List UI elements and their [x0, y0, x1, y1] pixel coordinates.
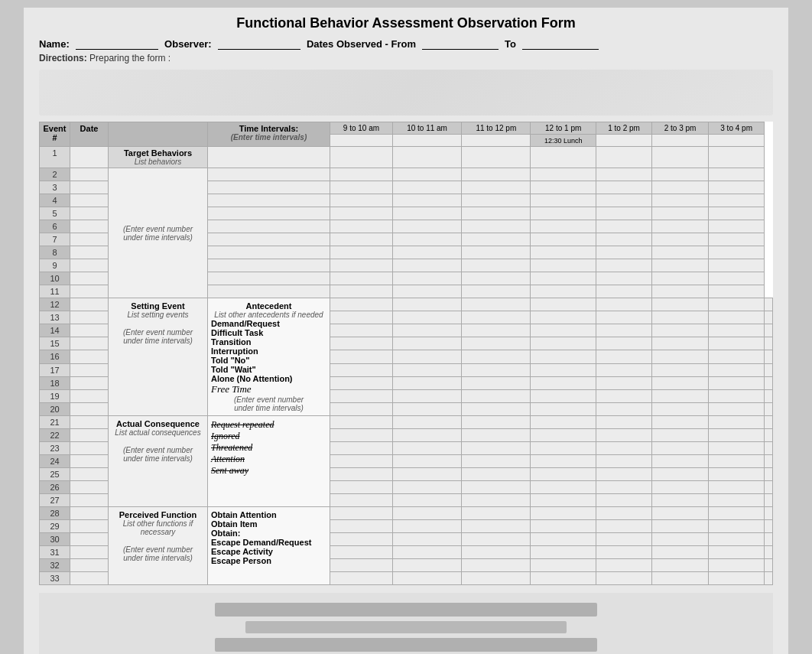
slot-3-header: 11 to 12 pm: [462, 122, 531, 135]
dates-from-field[interactable]: [422, 37, 499, 50]
observation-table: Event # Date Time Intervals: (Enter time…: [39, 122, 773, 585]
slot-6-1[interactable]: [652, 147, 709, 168]
slot-4-sub: 12:30 Lunch: [531, 135, 596, 147]
slot-7-sub: [708, 135, 765, 147]
slot-1-sub: [330, 135, 393, 147]
function-escape-demand: Escape Demand/Request: [211, 538, 326, 547]
actual-consequence-cell: Actual Consequence List actual consequen…: [109, 416, 208, 507]
table-row: 21 Actual Consequence List actual conseq…: [40, 416, 773, 429]
name-field[interactable]: [76, 37, 158, 50]
slot-7-header: 3 to 4 pm: [708, 122, 765, 135]
consequence-items-cell: Request repeated Ignored Threatened Atte…: [208, 416, 330, 507]
slot-7-1[interactable]: [708, 147, 765, 168]
header-row: Name: Observer: Dates Observed - From To: [39, 37, 773, 50]
perceived-function-cell: Perceived Function List other functions …: [109, 507, 208, 585]
antecedent-told-no: Told "No": [211, 356, 326, 365]
slot-5-sub: [596, 135, 652, 147]
time-intervals-label: Time Intervals:: [210, 124, 327, 133]
slot-2-sub: [392, 135, 461, 147]
antecedent-free-time: Free Time: [211, 383, 326, 395]
slot-2-1[interactable]: [392, 147, 461, 168]
target-behaviors-cell: (Enter event numberunder time intervals): [109, 168, 208, 298]
setting-antecedent-cell: Setting Event List setting events (Enter…: [109, 298, 208, 416]
slot-4-header: 12 to 1 pm: [531, 122, 596, 135]
slot-2-header: 10 to 11 am: [392, 122, 461, 135]
event-header: Event #: [40, 122, 70, 147]
page-title: Functional Behavior Assessment Observati…: [39, 15, 773, 31]
footer-bar-1: [215, 603, 597, 617]
directions-label: Directions:: [39, 53, 87, 63]
function-items-cell: Obtain Attention Obtain Item Obtain: Esc…: [208, 507, 330, 585]
time-intervals-header: Time Intervals: (Enter time intervals): [208, 122, 330, 147]
antecedent-transition: Transition: [211, 337, 326, 347]
slot-5-header: 1 to 2 pm: [596, 122, 652, 135]
antecedent-demand: Demand/Request: [211, 319, 326, 328]
name-label: Name:: [39, 38, 70, 50]
table-row: 12 Setting Event List setting events (En…: [40, 298, 773, 311]
antecedent-items-cell: Antecedent List other antecedents if nee…: [208, 298, 330, 416]
consequence-sent-away: Sent away: [211, 465, 326, 477]
function-escape-person: Escape Person: [211, 556, 326, 565]
table-row: 2 (Enter event numberunder time interval…: [40, 168, 773, 181]
row-num-1: 1: [40, 147, 70, 168]
dates-from-label: Dates Observed - From: [307, 38, 416, 50]
antecedent-alone: Alone (No Attention): [211, 374, 326, 383]
consequence-request-repeated: Request repeated: [211, 419, 326, 431]
dates-to-field[interactable]: [522, 37, 599, 50]
function-escape-activity: Escape Activity: [211, 547, 326, 556]
directions-row: Directions: Preparing the form :: [39, 53, 773, 63]
footer-area: [39, 593, 773, 654]
antecedent-interruption: Interruption: [211, 347, 326, 356]
directions-text: Preparing the form :: [89, 53, 171, 63]
footer-bar-2: [245, 621, 567, 633]
footer-bar-3: [215, 638, 597, 652]
antecedent-told-wait: Told "Wait": [211, 365, 326, 374]
antecedent-label: Antecedent: [211, 301, 326, 311]
date-header: Date: [70, 122, 109, 147]
slot-1-header: 9 to 10 am: [330, 122, 393, 135]
consequence-attention: Attention: [211, 454, 326, 465]
function-obtain-item: Obtain Item: [211, 519, 326, 529]
date-1[interactable]: [70, 147, 109, 168]
slot-3-1[interactable]: [462, 147, 531, 168]
time-interval-1[interactable]: [208, 147, 330, 168]
antecedent-difficult-task: Difficult Task: [211, 328, 326, 337]
table-row: 28 Perceived Function List other functio…: [40, 507, 773, 520]
consequence-ignored: Ignored: [211, 431, 326, 442]
behavior-header: [109, 122, 208, 147]
slot-6-sub: [652, 135, 709, 147]
slot-6-header: 2 to 3 pm: [652, 122, 709, 135]
slot-4-1[interactable]: [531, 147, 596, 168]
table-row: 1 Target Behaviors List behaviors: [40, 147, 773, 168]
page-wrapper: Functional Behavior Assessment Observati…: [24, 8, 788, 654]
slot-3-sub: [462, 135, 531, 147]
time-intervals-sub: (Enter time intervals): [210, 133, 327, 142]
slot-1-1[interactable]: [330, 147, 393, 168]
behaviors-section-label: Target Behaviors List behaviors: [109, 147, 208, 168]
slot-5-1[interactable]: [596, 147, 652, 168]
dates-to-label: To: [505, 38, 516, 50]
consequence-threatened: Threatened: [211, 442, 326, 454]
watermark-area: [39, 70, 773, 116]
observer-label: Observer:: [164, 38, 211, 50]
function-obtain-attention: Obtain Attention: [211, 510, 326, 519]
function-obtain-other: Obtain:: [211, 529, 326, 538]
observer-field[interactable]: [218, 37, 300, 50]
